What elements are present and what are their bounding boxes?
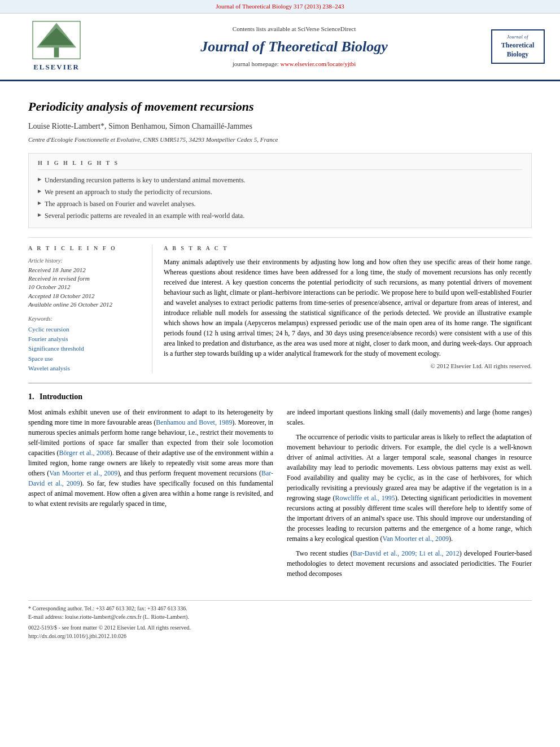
highlight-item-1: Understanding recursion patterns is key …	[38, 174, 522, 186]
authors: Louise Riotte-Lambert*, Simon Benhamou, …	[28, 121, 532, 132]
ref-van-moorter[interactable]: Van Moorter et al., 2009	[49, 469, 117, 477]
article-info-column: A R T I C L E I N F O Article history: R…	[28, 244, 152, 374]
ref-borger[interactable]: Börger et al., 2008	[59, 449, 110, 457]
intro-title-text: Introduction	[40, 392, 82, 401]
keyword-2[interactable]: Fourier analysis	[28, 335, 143, 343]
highlights-section: H I G H L I G H T S Understanding recurs…	[28, 153, 532, 228]
intro-para-2: are indeed important questions linking s…	[287, 407, 532, 427]
journal-homepage: journal homepage: www.elsevier.com/locat…	[102, 60, 487, 68]
history-label: Article history:	[28, 257, 143, 265]
keyword-3[interactable]: Significance threshold	[28, 344, 143, 353]
intro-para-3: The occurrence of periodic visits to par…	[287, 432, 532, 544]
journal-title-area: Contents lists available at SciVerse Sci…	[102, 25, 487, 68]
article-title: Periodicity analysis of movement recursi…	[28, 98, 532, 116]
main-content: Periodicity analysis of movement recursi…	[0, 81, 560, 652]
intro-col-left: Most animals exhibit uneven use of their…	[28, 407, 273, 583]
ref-van-moorter-2[interactable]: Van Moorter et al., 2009	[383, 535, 449, 543]
elsevier-tree-icon	[28, 20, 85, 60]
badge-top-text: Journal of	[497, 34, 539, 40]
accepted-date: Accepted 18 October 2012	[28, 292, 143, 300]
article-info-abstract-section: A R T I C L E I N F O Article history: R…	[28, 237, 532, 374]
copyright-line: © 2012 Elsevier Ltd. All rights reserved…	[164, 362, 532, 370]
svg-marker-2	[39, 28, 73, 46]
keyword-1[interactable]: Cyclic recursion	[28, 325, 143, 334]
ref-rowcliffe[interactable]: Rowcliffe et al., 1995	[335, 494, 395, 502]
badge-title-text: Theoretical Biology	[497, 41, 539, 59]
journal-citation-text: Journal of Theoretical Biology 317 (2013…	[216, 3, 344, 10]
online-date: Available online 26 October 2012	[28, 300, 143, 309]
revised-label: Received in revised form	[28, 274, 143, 283]
journal-title: Journal of Theoretical Biology	[102, 37, 487, 57]
abstract-column: A B S T R A C T Many animals adaptively …	[164, 244, 532, 374]
intro-col-right: are indeed important questions linking s…	[287, 407, 532, 583]
svg-rect-0	[54, 48, 59, 58]
intro-section-title: 1. Introduction	[28, 391, 532, 403]
sciverse-line: Contents lists available at SciVerse Sci…	[102, 25, 487, 33]
introduction-section: 1. Introduction Most animals exhibit une…	[28, 391, 532, 583]
issn-line: 0022-5193/$ - see front matter © 2012 El…	[28, 623, 532, 640]
affiliation: Centre d'Ecologie Fonctionnelle et Evolu…	[28, 136, 532, 144]
journal-badge: Journal of Theoretical Biology	[491, 29, 545, 63]
highlights-list: Understanding recursion patterns is key …	[38, 174, 522, 221]
keywords-header: Keywords:	[28, 315, 143, 323]
email-address: E-mail address: louise.riotte-lambert@ce…	[28, 613, 532, 621]
section-divider	[28, 383, 532, 383]
highlights-header: H I G H L I G H T S	[38, 159, 522, 170]
revised-date: 10 October 2012	[28, 283, 143, 291]
journal-header: ELSEVIER Contents lists available at Sci…	[0, 14, 560, 81]
highlight-item-3: The approach is based on Fourier and wav…	[38, 198, 522, 210]
received-date: Received 18 June 2012	[28, 266, 143, 274]
footnote-area: * Corresponding author. Tel.: +33 467 61…	[28, 600, 532, 640]
journal-citation-bar: Journal of Theoretical Biology 317 (2013…	[0, 0, 560, 14]
abstract-header: A B S T R A C T	[164, 244, 532, 252]
intro-body: Most animals exhibit uneven use of their…	[28, 407, 532, 583]
homepage-link[interactable]: www.elsevier.com/locate/yjtbi	[281, 60, 356, 67]
intro-para-4: Two recent studies (Bar-David et al., 20…	[287, 548, 532, 579]
keyword-4[interactable]: Space use	[28, 355, 143, 363]
intro-para-1: Most animals exhibit uneven use of their…	[28, 407, 273, 509]
highlight-item-4: Several periodic patterns are revealed i…	[38, 210, 522, 222]
ref-benhamou[interactable]: Benhamou and Bovet, 1989	[156, 418, 232, 426]
corresponding-author: * Corresponding author. Tel.: +33 467 61…	[28, 604, 532, 613]
abstract-text: Many animals adaptively use their enviro…	[164, 257, 532, 359]
ref-bar-david-2[interactable]: Bar-David et al., 2009; Li et al., 2012	[353, 549, 460, 557]
article-info-header: A R T I C L E I N F O	[28, 244, 143, 252]
highlight-item-2: We present an approach to study the peri…	[38, 186, 522, 198]
elsevier-logo-area: ELSEVIER	[11, 20, 102, 72]
elsevier-label: ELSEVIER	[33, 62, 80, 72]
journal-badge-area: Journal of Theoretical Biology	[487, 29, 549, 63]
keyword-5[interactable]: Wavelet analysis	[28, 364, 143, 373]
